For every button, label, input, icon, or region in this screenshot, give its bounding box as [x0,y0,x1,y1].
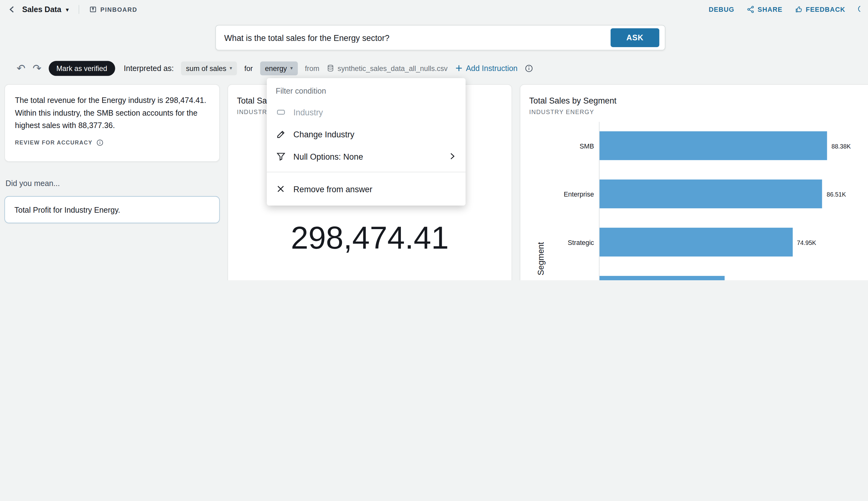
filter-context-menu: Filter condition Industry Change Industr… [267,78,465,205]
review-accuracy-label: REVIEW FOR ACCURACY [15,139,92,146]
bar-chart: Segment SMB 88.38K Enterprise 86.51K [529,122,862,280]
chart-title: Total Sales by Segment [529,96,862,105]
bar-value-label: 86.51K [826,191,846,198]
back-button[interactable] [8,5,17,14]
interpretation-bar: ↶ ↷ Mark as verified Interpreted as: sum… [17,60,533,77]
bar-null[interactable] [600,276,725,280]
feedback-label: FEEDBACK [806,6,845,13]
pinboard-button[interactable]: PINBOARD [89,6,137,13]
pinboard-label: PINBOARD [100,6,137,13]
suggestion-item[interactable]: Total Profit for Industry Energy. [4,196,220,224]
question-input[interactable] [223,33,611,43]
data-source[interactable]: synthetic_sales_data_all_nulls.csv [327,64,448,72]
menu-item-null-options[interactable]: Null Options: None [267,145,465,167]
category-label: SMB [529,142,599,150]
bar-chart-card: Total Sales by Segment INDUSTRY ENERGY S… [520,84,868,280]
caret-down-icon: ▾ [290,66,293,71]
caret-down-icon: ▾ [230,66,232,71]
menu-item-remove[interactable]: Remove from answer [267,177,465,201]
kpi-value: 298,474.41 [228,220,512,256]
interpreted-as-label: Interpreted as: [124,64,174,73]
topbar: Sales Data ▾ PINBOARD DEBUG SHARE [0,0,868,19]
bar-smb[interactable] [600,131,827,160]
debug-button[interactable]: DEBUG [709,6,735,13]
menu-item-change-industry[interactable]: Change Industry [267,123,465,145]
bar-row: Strategic 74.95K [529,218,862,266]
category-label: Enterprise [529,190,599,198]
from-label: from [305,64,319,72]
share-label: SHARE [758,6,782,13]
answer-summary-card: The total revenue for the Energy industr… [4,84,220,162]
answer-summary-text: The total revenue for the Energy industr… [15,94,209,132]
source-file-label: synthetic_sales_data_all_nulls.csv [338,64,448,72]
bar-row: null 48.64K [529,267,862,280]
bar-value-label: 88.38K [832,142,851,149]
bar-row: Enterprise 86.51K [529,170,862,218]
chevron-left-icon [8,5,17,14]
metric-chip[interactable]: sum of sales ▾ [181,61,237,75]
info-icon[interactable] [525,64,533,72]
dataset-title[interactable]: Sales Data [22,5,61,14]
feedback-button[interactable]: FEEDBACK [794,6,845,13]
chart-subtitle: INDUSTRY ENERGY [529,108,862,115]
menu-divider [267,172,465,172]
y-axis-label: Segment [536,242,545,275]
info-icon[interactable] [96,139,103,146]
caret-down-icon[interactable]: ▾ [66,7,69,13]
thumbs-up-icon [794,6,802,13]
field-icon [276,107,286,117]
close-icon [276,184,286,193]
mark-verified-button[interactable]: Mark as verified [48,61,115,76]
share-button[interactable]: SHARE [747,6,782,13]
pinboard-icon [89,6,97,13]
ask-bar: ASK [215,25,666,50]
ask-button[interactable]: ASK [611,28,659,47]
bar-value-label: 74.95K [797,239,816,246]
suggestion-text: Total Profit for Industry Energy. [14,205,120,214]
bar-row: SMB 88.38K [529,122,862,170]
funnel-icon [276,152,286,161]
app-window: Sales Data ▾ PINBOARD DEBUG SHARE [0,0,868,280]
pencil-icon [276,129,286,139]
overflow-icon[interactable] [857,5,860,14]
menu-item-industry: Industry [267,101,465,123]
redo-icon[interactable]: ↷ [33,63,41,74]
menu-header: Filter condition [267,82,465,101]
for-label: for [244,64,253,72]
add-instruction-button[interactable]: Add Instruction [455,64,518,73]
database-icon [327,64,334,72]
chevron-right-icon [448,152,457,161]
did-you-mean-label: Did you mean... [6,179,60,188]
divider [79,5,79,14]
debug-label: DEBUG [709,6,735,13]
bar-enterprise[interactable] [600,180,822,208]
filter-chip-energy[interactable]: energy ▾ [260,61,298,75]
undo-icon[interactable]: ↶ [17,63,25,74]
bar-strategic[interactable] [600,227,792,256]
share-icon [747,6,754,13]
plus-icon [455,64,462,72]
